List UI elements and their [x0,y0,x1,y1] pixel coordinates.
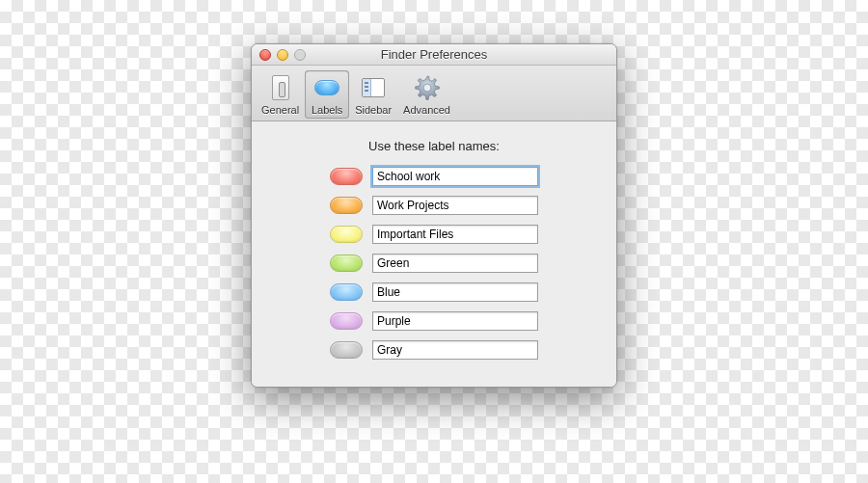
preferences-body: Use these label names: [252,121,616,387]
tab-advanced[interactable]: Advanced [397,70,456,119]
label-name-input-green[interactable] [372,254,538,273]
label-row-gray [330,340,538,360]
color-swatch-green [330,255,363,272]
close-button[interactable] [259,49,271,61]
label-row-yellow [330,225,538,244]
color-swatch-orange [330,197,363,214]
label-name-input-orange[interactable] [372,196,538,215]
color-swatch-yellow [330,226,363,243]
label-row-orange [330,196,538,215]
tab-sidebar[interactable]: Sidebar [349,70,397,119]
label-name-input-gray[interactable] [372,340,538,360]
tab-label: Advanced [403,104,450,116]
minimize-button[interactable] [277,49,288,61]
label-name-input-blue[interactable] [372,282,538,302]
svg-point-0 [423,84,431,92]
color-swatch-purple [330,312,363,330]
label-pill-icon [312,74,341,101]
label-name-input-purple[interactable] [372,311,538,331]
section-heading: Use these label names: [275,139,593,153]
zoom-button[interactable] [294,49,306,61]
preferences-window: Finder Preferences General Labels Sideba… [251,43,617,388]
tab-label: General [261,104,299,116]
sidebar-icon [359,74,388,101]
switch-icon [266,74,295,101]
label-row-blue [330,282,538,302]
gear-icon [413,74,442,101]
tab-general[interactable]: General [256,70,305,119]
tab-label: Labels [312,104,342,116]
label-name-input-red[interactable] [372,167,538,186]
label-row-green [330,254,538,273]
window-controls [259,49,306,61]
label-row-red [330,167,538,186]
window-title: Finder Preferences [252,47,616,62]
label-rows [275,167,593,360]
label-name-input-yellow[interactable] [372,225,538,244]
color-swatch-gray [330,341,363,359]
label-row-purple [330,311,538,331]
color-swatch-red [330,168,363,185]
titlebar: Finder Preferences [252,44,616,66]
color-swatch-blue [330,283,363,301]
tab-labels[interactable]: Labels [305,70,349,119]
toolbar: General Labels Sidebar [252,66,616,121]
tab-label: Sidebar [355,104,392,116]
